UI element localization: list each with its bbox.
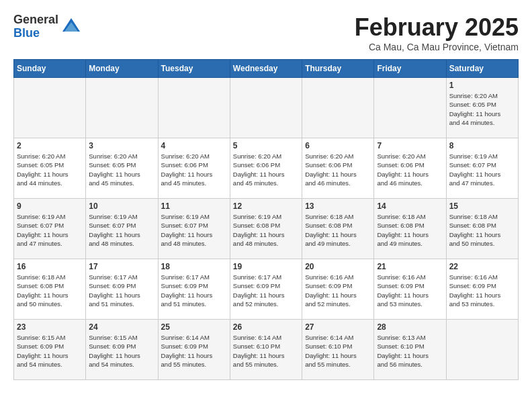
day-info: Sunrise: 6:15 AM Sunset: 6:09 PM Dayligh… xyxy=(89,333,154,369)
calendar-cell: 2Sunrise: 6:20 AM Sunset: 6:05 PM Daylig… xyxy=(14,138,86,199)
logo-general: General xyxy=(13,13,58,27)
day-number: 20 xyxy=(305,262,371,271)
location-subtitle: Ca Mau, Ca Mau Province, Vietnam xyxy=(355,42,519,52)
day-number: 19 xyxy=(233,262,299,271)
calendar-cell: 7Sunrise: 6:20 AM Sunset: 6:06 PM Daylig… xyxy=(374,138,446,199)
day-number: 2 xyxy=(17,141,83,150)
day-number: 7 xyxy=(377,141,443,150)
day-number: 14 xyxy=(377,201,443,211)
day-info: Sunrise: 6:16 AM Sunset: 6:09 PM Dayligh… xyxy=(377,273,443,308)
day-info: Sunrise: 6:16 AM Sunset: 6:09 PM Dayligh… xyxy=(449,273,515,308)
calendar-cell: 3Sunrise: 6:20 AM Sunset: 6:05 PM Daylig… xyxy=(86,138,158,199)
day-info: Sunrise: 6:17 AM Sunset: 6:09 PM Dayligh… xyxy=(89,273,154,308)
calendar-cell: 16Sunrise: 6:18 AM Sunset: 6:08 PM Dayli… xyxy=(14,259,86,320)
weekday-header: Friday xyxy=(374,60,446,78)
calendar-cell: 5Sunrise: 6:20 AM Sunset: 6:06 PM Daylig… xyxy=(230,138,302,199)
calendar-cell: 8Sunrise: 6:19 AM Sunset: 6:07 PM Daylig… xyxy=(446,138,518,199)
calendar-cell: 25Sunrise: 6:14 AM Sunset: 6:09 PM Dayli… xyxy=(158,320,230,380)
calendar-cell xyxy=(14,78,86,138)
day-info: Sunrise: 6:20 AM Sunset: 6:05 PM Dayligh… xyxy=(17,152,83,187)
day-info: Sunrise: 6:17 AM Sunset: 6:09 PM Dayligh… xyxy=(161,273,227,308)
calendar-week-row: 9Sunrise: 6:19 AM Sunset: 6:07 PM Daylig… xyxy=(14,199,519,259)
calendar-cell xyxy=(158,78,230,138)
logo: General Blue xyxy=(13,13,81,40)
calendar-cell: 6Sunrise: 6:20 AM Sunset: 6:06 PM Daylig… xyxy=(302,138,374,199)
calendar-cell: 15Sunrise: 6:18 AM Sunset: 6:08 PM Dayli… xyxy=(446,199,518,259)
day-info: Sunrise: 6:18 AM Sunset: 6:08 PM Dayligh… xyxy=(449,212,515,248)
weekday-header: Sunday xyxy=(14,60,86,78)
day-number: 26 xyxy=(233,322,299,332)
day-number: 5 xyxy=(233,141,299,150)
day-number: 24 xyxy=(89,322,154,332)
day-number: 12 xyxy=(233,201,299,211)
logo-icon xyxy=(61,17,81,37)
calendar-cell xyxy=(374,78,446,138)
day-info: Sunrise: 6:20 AM Sunset: 6:05 PM Dayligh… xyxy=(89,152,154,187)
calendar-cell: 9Sunrise: 6:19 AM Sunset: 6:07 PM Daylig… xyxy=(14,199,86,259)
day-number: 18 xyxy=(161,262,227,271)
calendar-cell: 11Sunrise: 6:19 AM Sunset: 6:07 PM Dayli… xyxy=(158,199,230,259)
day-number: 13 xyxy=(305,201,371,211)
day-info: Sunrise: 6:19 AM Sunset: 6:07 PM Dayligh… xyxy=(89,212,154,248)
weekday-header: Wednesday xyxy=(230,60,302,78)
day-info: Sunrise: 6:20 AM Sunset: 6:06 PM Dayligh… xyxy=(305,152,371,187)
calendar-week-row: 16Sunrise: 6:18 AM Sunset: 6:08 PM Dayli… xyxy=(14,259,519,320)
calendar-cell: 27Sunrise: 6:14 AM Sunset: 6:10 PM Dayli… xyxy=(302,320,374,380)
day-info: Sunrise: 6:15 AM Sunset: 6:09 PM Dayligh… xyxy=(17,333,83,369)
day-number: 10 xyxy=(89,201,154,211)
day-number: 8 xyxy=(449,141,515,150)
weekday-header-row: SundayMondayTuesdayWednesdayThursdayFrid… xyxy=(14,60,519,78)
weekday-header: Tuesday xyxy=(158,60,230,78)
calendar-cell: 1Sunrise: 6:20 AM Sunset: 6:05 PM Daylig… xyxy=(446,78,518,138)
calendar-cell: 14Sunrise: 6:18 AM Sunset: 6:08 PM Dayli… xyxy=(374,199,446,259)
day-number: 15 xyxy=(449,201,515,211)
calendar-cell: 23Sunrise: 6:15 AM Sunset: 6:09 PM Dayli… xyxy=(14,320,86,380)
day-number: 27 xyxy=(305,322,371,332)
calendar-cell: 19Sunrise: 6:17 AM Sunset: 6:09 PM Dayli… xyxy=(230,259,302,320)
day-info: Sunrise: 6:16 AM Sunset: 6:09 PM Dayligh… xyxy=(305,273,371,308)
day-number: 3 xyxy=(89,141,154,150)
calendar-cell xyxy=(86,78,158,138)
calendar-week-row: 2Sunrise: 6:20 AM Sunset: 6:05 PM Daylig… xyxy=(14,138,519,199)
day-number: 6 xyxy=(305,141,371,150)
day-info: Sunrise: 6:20 AM Sunset: 6:06 PM Dayligh… xyxy=(233,152,299,187)
calendar-week-row: 23Sunrise: 6:15 AM Sunset: 6:09 PM Dayli… xyxy=(14,320,519,380)
calendar-cell xyxy=(230,78,302,138)
logo-blue: Blue xyxy=(13,27,58,40)
calendar-cell xyxy=(302,78,374,138)
day-number: 25 xyxy=(161,322,227,332)
calendar-cell: 20Sunrise: 6:16 AM Sunset: 6:09 PM Dayli… xyxy=(302,259,374,320)
day-info: Sunrise: 6:19 AM Sunset: 6:07 PM Dayligh… xyxy=(449,152,515,187)
day-info: Sunrise: 6:14 AM Sunset: 6:09 PM Dayligh… xyxy=(161,333,227,369)
day-number: 28 xyxy=(377,322,443,332)
day-info: Sunrise: 6:18 AM Sunset: 6:08 PM Dayligh… xyxy=(377,212,443,248)
day-info: Sunrise: 6:19 AM Sunset: 6:08 PM Dayligh… xyxy=(233,212,299,248)
calendar-cell: 17Sunrise: 6:17 AM Sunset: 6:09 PM Dayli… xyxy=(86,259,158,320)
title-block: February 2025 Ca Mau, Ca Mau Province, V… xyxy=(355,13,519,52)
day-number: 23 xyxy=(17,322,83,332)
month-year-title: February 2025 xyxy=(355,13,519,42)
day-info: Sunrise: 6:14 AM Sunset: 6:10 PM Dayligh… xyxy=(233,333,299,369)
day-info: Sunrise: 6:18 AM Sunset: 6:08 PM Dayligh… xyxy=(17,273,83,308)
calendar-week-row: 1Sunrise: 6:20 AM Sunset: 6:05 PM Daylig… xyxy=(14,78,519,138)
day-number: 22 xyxy=(449,262,515,271)
day-info: Sunrise: 6:20 AM Sunset: 6:06 PM Dayligh… xyxy=(377,152,443,187)
calendar-cell: 24Sunrise: 6:15 AM Sunset: 6:09 PM Dayli… xyxy=(86,320,158,380)
day-info: Sunrise: 6:20 AM Sunset: 6:06 PM Dayligh… xyxy=(161,152,227,187)
day-info: Sunrise: 6:13 AM Sunset: 6:10 PM Dayligh… xyxy=(377,333,443,369)
day-info: Sunrise: 6:19 AM Sunset: 6:07 PM Dayligh… xyxy=(17,212,83,248)
day-info: Sunrise: 6:17 AM Sunset: 6:09 PM Dayligh… xyxy=(233,273,299,308)
weekday-header: Monday xyxy=(86,60,158,78)
day-info: Sunrise: 6:19 AM Sunset: 6:07 PM Dayligh… xyxy=(161,212,227,248)
calendar-cell: 26Sunrise: 6:14 AM Sunset: 6:10 PM Dayli… xyxy=(230,320,302,380)
calendar-cell: 22Sunrise: 6:16 AM Sunset: 6:09 PM Dayli… xyxy=(446,259,518,320)
calendar-cell: 10Sunrise: 6:19 AM Sunset: 6:07 PM Dayli… xyxy=(86,199,158,259)
calendar-cell: 4Sunrise: 6:20 AM Sunset: 6:06 PM Daylig… xyxy=(158,138,230,199)
calendar-table: SundayMondayTuesdayWednesdayThursdayFrid… xyxy=(13,59,519,380)
calendar-cell: 21Sunrise: 6:16 AM Sunset: 6:09 PM Dayli… xyxy=(374,259,446,320)
day-info: Sunrise: 6:18 AM Sunset: 6:08 PM Dayligh… xyxy=(305,212,371,248)
page-header: General Blue February 2025 Ca Mau, Ca Ma… xyxy=(13,13,519,52)
day-number: 17 xyxy=(89,262,154,271)
day-number: 9 xyxy=(17,201,83,211)
calendar-cell: 12Sunrise: 6:19 AM Sunset: 6:08 PM Dayli… xyxy=(230,199,302,259)
